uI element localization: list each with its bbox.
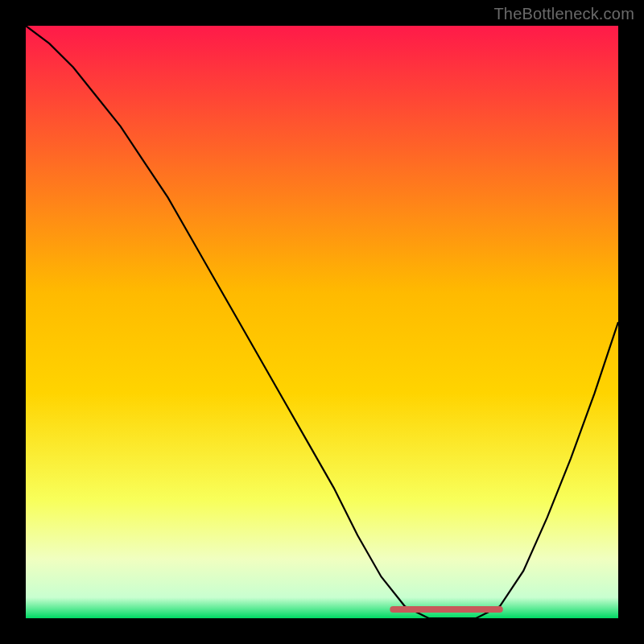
watermark-text: TheBottleneck.com — [493, 5, 634, 23]
plot-area — [26, 26, 618, 618]
curve-path — [26, 26, 618, 618]
bottleneck-curve — [26, 26, 618, 618]
chart-frame: TheBottleneck.com — [0, 0, 644, 644]
